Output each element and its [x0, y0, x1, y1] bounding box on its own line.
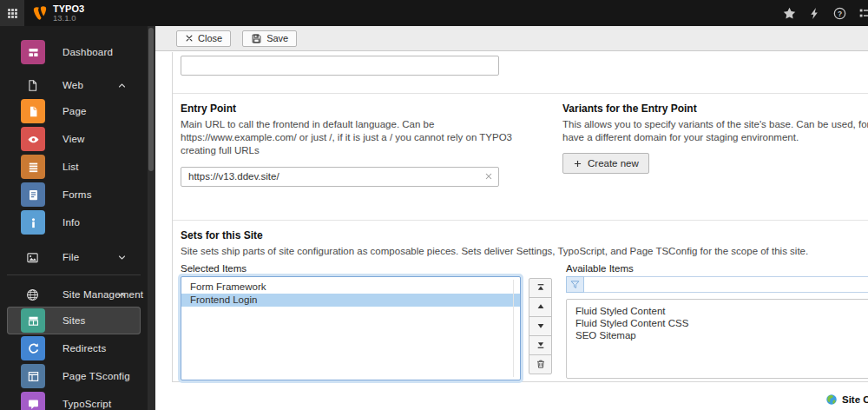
create-new-button[interactable]: Create new [562, 153, 649, 174]
clear-cache-bolt-icon[interactable] [806, 4, 823, 22]
record-footer: Site Configuration [825, 393, 868, 406]
sets-columns: Selected Items Form FrameworkFrontend Lo… [181, 263, 868, 380]
sidebar-item-label: File [62, 252, 79, 262]
sidebar-item-label: Info [62, 217, 80, 228]
sidebar-item-site-management[interactable]: Site Management [7, 282, 141, 307]
move-up-button[interactable] [529, 297, 552, 317]
variants-description: This allows you to specify variants of t… [562, 118, 868, 144]
sets-title: Sets for this Site [181, 229, 868, 241]
sidebar-item-label: Redirects [62, 343, 106, 354]
sidebar-item-label: TypoScript [62, 399, 111, 409]
site-record-globe-icon [825, 393, 838, 406]
chevron-up-icon [117, 290, 127, 300]
selected-items-label: Selected Items [181, 263, 521, 274]
sites-icon [21, 308, 45, 333]
clear-input-icon[interactable] [483, 171, 494, 182]
available-items-filter-input[interactable] [584, 276, 868, 293]
redirects-icon [21, 336, 45, 360]
typoscript-icon [21, 392, 45, 410]
chevron-down-icon [117, 253, 127, 262]
available-items-filter [566, 276, 868, 293]
sidebar-item-label: View [62, 134, 85, 144]
webdoc-icon [26, 79, 40, 92]
entry-point-row: Entry Point Main URL to call the fronten… [181, 94, 868, 187]
sidebar-item-file[interactable]: File [7, 245, 141, 269]
sets-fieldset: Sets for this Site Site sets ship parts … [181, 229, 868, 380]
typo3-logo-icon [32, 5, 48, 21]
brand-text: TYPO3 13.1.0 [53, 3, 84, 23]
sidebar-item-label: Sites [62, 315, 86, 326]
grid-icon [7, 8, 18, 19]
sidebar-item-label: Page [62, 106, 87, 116]
x-icon [483, 171, 494, 182]
sidebar-item-label: List [62, 162, 79, 172]
close-button[interactable]: Close [176, 30, 231, 47]
list-icon [21, 155, 45, 179]
move-to-top-button[interactable] [529, 278, 552, 298]
module-content: Close Save Entry Point Main URL to call … [155, 26, 868, 410]
topbar: TYPO3 13.1.0 ? [0, 0, 868, 26]
close-button-label: Close [198, 33, 222, 43]
save-button[interactable]: Save [242, 30, 297, 47]
help-icon[interactable]: ? [831, 4, 848, 22]
sidebar-item-page-tsconfig[interactable]: Page TSconfig [7, 362, 141, 390]
sidebar-item-sites[interactable]: Sites [7, 307, 141, 334]
plus-icon [573, 159, 582, 169]
toolbar-list-icon[interactable] [856, 4, 868, 22]
bookmark-star-icon[interactable] [780, 4, 798, 22]
move-down-button[interactable] [529, 316, 552, 336]
sidebar-item-label: Dashboard [62, 47, 113, 57]
sidebar-item-redirects[interactable]: Redirects [7, 334, 141, 362]
remove-item-button[interactable] [529, 354, 552, 374]
chevron-up-icon [117, 81, 127, 90]
available-items-column: Available Items Fluid Styled ContentFlui… [566, 263, 868, 380]
module-menu-toggle-button[interactable] [0, 0, 24, 26]
sidebar-item-dashboard[interactable]: Dashboard [7, 38, 141, 66]
sidebar-item-label: Site Management [62, 289, 143, 300]
module-menu-sidebar: DashboardWebPageViewListFormsInfoFileSit… [0, 26, 148, 410]
module-body: Entry Point Main URL to call the fronten… [155, 52, 868, 410]
info-icon [21, 210, 45, 235]
sidebar-item-view[interactable]: View [7, 125, 141, 153]
topbar-toolbar: ? [780, 0, 868, 26]
selected-items-listbox[interactable]: Form FrameworkFrontend Login [181, 276, 521, 380]
sidebar-item-page[interactable]: Page [7, 97, 141, 125]
sidebar-item-forms[interactable]: Forms [7, 181, 141, 208]
dashboard-icon [21, 40, 45, 64]
sidebar-scrollbar-thumb[interactable] [148, 28, 154, 171]
entry-point-description: Main URL to call the frontend in default… [181, 118, 549, 158]
variants-fieldset: Variants for the Entry Point This allows… [562, 94, 868, 187]
close-icon [185, 34, 194, 43]
record-title: Site Configuration [842, 394, 868, 405]
brand: TYPO3 13.1.0 [32, 3, 84, 23]
selected-items-column: Selected Items Form FrameworkFrontend Lo… [181, 263, 521, 380]
sidebar-item-list[interactable]: List [7, 153, 141, 181]
create-new-button-label: Create new [588, 158, 639, 169]
sidebar-item-label: Web [62, 80, 83, 90]
listbox-scrollbar[interactable] [513, 280, 514, 377]
tsconfig-icon [21, 364, 45, 388]
filter-funnel-icon [569, 279, 581, 290]
variants-title: Variants for the Entry Point [562, 102, 868, 115]
sidebar-item-web[interactable]: Web [7, 73, 141, 97]
truncated-field-input[interactable] [181, 56, 499, 76]
selected-item-form-framework[interactable]: Form Framework [181, 281, 520, 294]
sets-description: Site sets ship parts of site configurati… [181, 245, 868, 258]
entry-point-input-wrap [181, 167, 499, 187]
available-items-label: Available Items [566, 263, 868, 274]
sidebar-item-label: Forms [62, 189, 92, 200]
entry-point-input[interactable] [181, 167, 499, 187]
available-item-seo-sitemap[interactable]: SEO Sitemap [567, 329, 868, 341]
available-items-listbox[interactable]: Fluid Styled ContentFluid Styled Content… [566, 299, 868, 379]
sidebar-item-info[interactable]: Info [7, 208, 141, 236]
sidebar-scrollbar[interactable] [148, 26, 155, 410]
available-item-fluid-styled-content[interactable]: Fluid Styled Content [567, 305, 868, 317]
docheader: Close Save [155, 26, 868, 51]
filter-icon-box [566, 276, 584, 293]
form-panel: Entry Point Main URL to call the fronten… [172, 52, 868, 382]
move-to-bottom-button[interactable] [529, 335, 552, 355]
selected-item-frontend-login[interactable]: Frontend Login [181, 294, 520, 307]
fieldset-divider [173, 220, 868, 221]
available-item-fluid-styled-content-css[interactable]: Fluid Styled Content CSS [567, 317, 868, 329]
sidebar-item-typoscript[interactable]: TypoScript [7, 390, 141, 410]
